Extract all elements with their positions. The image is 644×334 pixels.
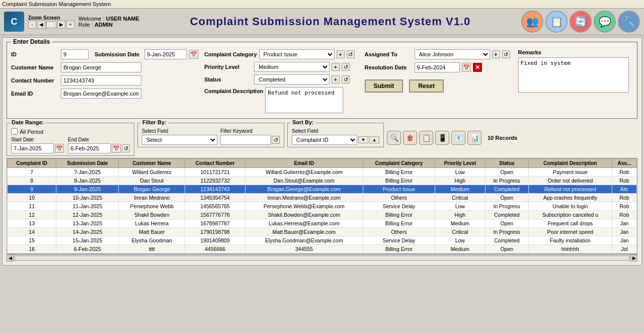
- th-complaint-category: Complaint Category: [363, 159, 435, 168]
- end-date-calendar[interactable]: 📅: [112, 144, 121, 153]
- customer-name-row: Customer Name: [11, 62, 198, 72]
- priority-refresh-btn[interactable]: ↺: [342, 63, 350, 71]
- id-label: ID: [11, 51, 59, 57]
- whatsapp-action-icon[interactable]: 📱: [435, 131, 449, 145]
- submission-date-input[interactable]: [144, 49, 187, 59]
- table-header-row: Complaint ID Submission Date Customer Na…: [8, 159, 637, 168]
- th-assigned: Ass...: [612, 159, 636, 168]
- id-input[interactable]: [61, 49, 89, 59]
- refresh-toolbar-icon[interactable]: 🔄: [570, 11, 592, 33]
- role-text: Role : ADMIN: [78, 22, 139, 28]
- sort-dropdown[interactable]: Complaint ID Submission Date Customer Na…: [292, 135, 357, 145]
- scroll-left-btn[interactable]: ◀: [7, 255, 14, 262]
- header-bar: C Zoom Screen - ◀ ▶ + Welcome : USER NAM…: [0, 9, 644, 35]
- app-title-bar: Complaint Submission Management System: [2, 1, 111, 7]
- th-status: Status: [485, 159, 528, 168]
- zoom-left[interactable]: ◀: [37, 21, 45, 29]
- logo: C: [4, 12, 24, 32]
- category-label: Complaint Category: [204, 51, 257, 57]
- outlook-action-icon[interactable]: 📧: [451, 131, 465, 145]
- resolution-date-input[interactable]: [415, 62, 460, 72]
- reset-button[interactable]: Reset: [409, 79, 444, 93]
- records-count: 10 Records: [488, 135, 517, 141]
- priority-row: Priority Level Low Medium High Critical …: [204, 62, 355, 72]
- scroll-right-btn[interactable]: ▶: [630, 255, 637, 262]
- submit-button[interactable]: Submit: [365, 79, 404, 93]
- contact-label: Contact Number: [11, 77, 59, 84]
- start-date-input[interactable]: [11, 143, 54, 153]
- customer-name-input[interactable]: [61, 62, 141, 72]
- email-label: Email ID: [11, 91, 59, 97]
- remarks-textarea[interactable]: Fixed in system: [518, 57, 629, 93]
- end-date-input[interactable]: [68, 143, 111, 153]
- horizontal-scrollbar[interactable]: ◀ ▶: [7, 254, 637, 261]
- table-row[interactable]: 99-Jan-2025Brogan George1234143743Brogan…: [8, 185, 637, 194]
- table-row[interactable]: 1313-Jan-2025Lukas Herrera1678987787Luka…: [8, 219, 637, 228]
- start-date-calendar[interactable]: 📅: [55, 144, 64, 153]
- assigned-add-btn[interactable]: +: [492, 50, 500, 58]
- th-complaint-description: Complaint Description: [528, 159, 612, 168]
- delete-action-icon[interactable]: 🗑: [403, 131, 417, 145]
- sort-by-label: Sort By:: [291, 119, 315, 125]
- users-toolbar-icon[interactable]: 👥: [521, 11, 543, 33]
- assigned-dropdown[interactable]: Alice Johnson Bob Smith Jane Doe: [415, 49, 490, 59]
- all-period-checkbox[interactable]: [11, 128, 18, 135]
- description-textarea[interactable]: Refund not processed: [265, 87, 343, 113]
- email-input[interactable]: [61, 89, 141, 99]
- filter-keyword-input[interactable]: [220, 135, 271, 145]
- status-dropdown[interactable]: Open In Progress Completed: [254, 74, 330, 85]
- sort-by-section: Sort By: Select Field Complaint ID Submi…: [287, 123, 384, 147]
- status-refresh-btn[interactable]: ↺: [342, 75, 350, 84]
- filter-refresh[interactable]: ↺: [272, 136, 280, 144]
- resolution-date-row: Resolution Date 📅 ✕: [365, 62, 510, 72]
- list-toolbar-icon[interactable]: 📋: [545, 11, 568, 33]
- resolution-date-clear[interactable]: ✕: [473, 63, 482, 72]
- zoom-plus[interactable]: +: [66, 21, 74, 29]
- scroll-track[interactable]: [15, 256, 629, 261]
- table-row[interactable]: 88-Jan-2025Dan Stout1122932732Dan.Stout@…: [8, 177, 637, 185]
- settings-toolbar-icon[interactable]: 🔧: [618, 11, 640, 33]
- action-buttons-row: Submit Reset: [365, 79, 510, 93]
- zoom-minus[interactable]: -: [28, 21, 36, 29]
- copy-action-icon[interactable]: 📋: [419, 131, 433, 145]
- table-row[interactable]: 1010-Jan-2025Imran Medrano1345354754Imra…: [8, 194, 637, 202]
- table-row[interactable]: 166-Feb-2025tttt4456666344555Billing Err…: [8, 245, 637, 254]
- priority-dropdown[interactable]: Low Medium High Critical: [254, 62, 330, 72]
- zoom-right[interactable]: ▶: [57, 21, 65, 29]
- assigned-refresh-btn[interactable]: ↺: [502, 50, 510, 58]
- data-table-wrapper: Complaint ID Submission Date Customer Na…: [7, 158, 637, 254]
- table-row[interactable]: 1414-Jan-2025Matt Bauer1790198798Matt.Ba…: [8, 228, 637, 236]
- th-email-id: Email ID: [245, 159, 363, 168]
- sort-asc-btn[interactable]: ▲: [369, 136, 379, 143]
- filter-select-dropdown[interactable]: Select Complaint ID Customer Name Status: [142, 135, 217, 145]
- date-range-refresh[interactable]: ↺: [122, 144, 130, 152]
- table-row[interactable]: 1515-Jan-2025Elysha Goodman1901409809Ely…: [8, 236, 637, 245]
- select-field-label: Select Field: [142, 128, 217, 134]
- contact-input[interactable]: [61, 75, 141, 86]
- search-action-icon[interactable]: 🔍: [387, 131, 401, 145]
- th-customer-name: Customer Name: [119, 159, 185, 168]
- sort-desc-btn[interactable]: ▼: [358, 136, 368, 143]
- chat-toolbar-icon[interactable]: 💬: [594, 11, 616, 33]
- submission-date-calendar[interactable]: 📅: [189, 50, 198, 59]
- date-range-section: Date Range: All Period Start Date 📅 End …: [7, 123, 134, 156]
- description-label: Complaint Description: [204, 87, 263, 94]
- category-add-btn[interactable]: +: [337, 50, 345, 58]
- resolution-date-calendar[interactable]: 📅: [462, 63, 471, 72]
- table-row[interactable]: 1212-Jan-2025Shakil Bowden1567776776Shak…: [8, 211, 637, 219]
- table-row[interactable]: 77-Jan-2025Willard Gutierrez1011721721Wi…: [8, 168, 637, 177]
- priority-add-btn[interactable]: +: [332, 63, 340, 71]
- status-add-btn[interactable]: +: [332, 75, 340, 84]
- contact-row: Contact Number: [11, 75, 198, 86]
- th-contact-number: Contact Number: [185, 159, 245, 168]
- priority-label: Priority Level: [204, 64, 252, 70]
- welcome-section: Welcome : USER NAME Role : ADMIN: [78, 16, 139, 28]
- excel-action-icon[interactable]: 📊: [467, 131, 481, 145]
- email-row: Email ID: [11, 89, 198, 99]
- category-refresh-btn[interactable]: ↺: [347, 50, 355, 58]
- filter-keyword-label: Filter Keyword: [220, 128, 280, 134]
- title-bar: Complaint Submission Management System: [0, 0, 644, 9]
- all-period-label: All Period: [20, 129, 43, 135]
- table-row[interactable]: 1111-Jan-2025Persephone Webb1456565765Pe…: [8, 202, 637, 211]
- category-dropdown[interactable]: Product Issue Billing Error Service Dela…: [259, 49, 335, 59]
